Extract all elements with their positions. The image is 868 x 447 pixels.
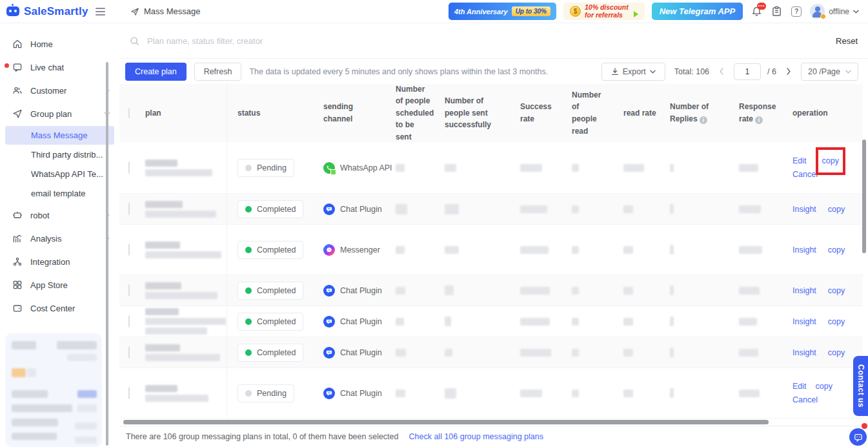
copy-link[interactable]: copy: [816, 382, 833, 391]
copy-link[interactable]: copy: [828, 317, 845, 326]
column-header-response-rate: Response ratei: [726, 101, 781, 125]
redacted-value: [572, 164, 579, 172]
row-checkbox[interactable]: [128, 244, 130, 256]
sidebar-subitem-label: Third party distrib...: [31, 150, 103, 160]
cancel-link[interactable]: Cancel: [792, 395, 818, 404]
telegram-app-banner[interactable]: New Telegram APP: [652, 3, 743, 20]
copy-link[interactable]: copy: [828, 286, 845, 295]
redacted-value: [445, 349, 452, 357]
anniversary-text: 4th Anniversary: [454, 8, 508, 16]
row-checkbox[interactable]: [128, 346, 130, 359]
table-header-row: plan status sending channel Number of pe…: [119, 84, 863, 142]
channel-label: Chat Plugin: [340, 205, 382, 214]
copy-link[interactable]: copy: [828, 245, 845, 255]
sidebar-item-label: Home: [30, 39, 110, 49]
status-badge: Completed: [237, 313, 303, 331]
redacted-block: [77, 390, 97, 398]
telegram-banner-text: New Telegram APP: [660, 6, 736, 16]
status-badge: Pending: [237, 384, 294, 402]
user-menu[interactable]: offline: [810, 4, 859, 19]
redacted-block: [27, 368, 36, 377]
anniversary-promo-banner[interactable]: 4th Anniversary Up to 30%: [449, 3, 556, 20]
table-row: Pending WhatsApp API Editcopy Cancel: [119, 142, 863, 194]
bell-icon[interactable]: •••: [750, 5, 763, 18]
row-checkbox[interactable]: [128, 315, 130, 327]
table-footer: There are 106 group messaging plans in t…: [119, 426, 868, 447]
toolbar: Create plan Refresh The data is updated …: [119, 59, 868, 84]
refresh-button[interactable]: Refresh: [194, 63, 242, 81]
sidebar-item-label: Live chat: [30, 63, 110, 72]
whatsapp-icon: [323, 162, 335, 174]
clipboard-icon[interactable]: [770, 5, 783, 18]
row-checkbox[interactable]: [128, 161, 130, 174]
reset-button[interactable]: Reset: [827, 36, 858, 46]
sidebar-item-cost-center[interactable]: Cost Center: [0, 296, 119, 320]
check-all-plans-link[interactable]: Check all 106 group messaging plans: [409, 432, 543, 441]
redacted-value: [396, 390, 405, 397]
redacted-value: [572, 349, 579, 357]
sidebar-item-live-chat[interactable]: Live chat: [0, 56, 119, 79]
insight-link[interactable]: Insight: [792, 317, 816, 326]
sidebar-scrollbar[interactable]: [106, 62, 108, 446]
operation-cell: Insightcopy: [781, 317, 863, 326]
cancel-link[interactable]: Cancel: [792, 170, 818, 179]
previous-page-button[interactable]: [716, 64, 727, 79]
contact-chat-bubble[interactable]: [849, 428, 867, 446]
horizontal-scrollbar[interactable]: [123, 420, 769, 424]
messenger-icon: [323, 244, 335, 256]
sidebar-item-whatsapp-api-template[interactable]: WhatsApp API Te...: [5, 165, 114, 183]
redacted-value: [572, 287, 579, 295]
info-icon[interactable]: i: [700, 116, 707, 124]
create-plan-button[interactable]: Create plan: [125, 63, 187, 81]
page-total-label: / 6: [767, 67, 776, 76]
contact-us-tab[interactable]: Contact us: [853, 356, 868, 416]
sidebar-item-customer[interactable]: Customer: [0, 79, 119, 102]
referral-promo-banner[interactable]: $ 10% discount for referrals: [563, 3, 645, 20]
edit-link[interactable]: Edit: [792, 382, 807, 391]
row-checkbox[interactable]: [128, 387, 130, 399]
help-icon[interactable]: ?: [790, 5, 803, 18]
insight-link[interactable]: Insight: [792, 286, 816, 295]
export-button[interactable]: Export: [601, 63, 665, 81]
page-size-value: 20 /Page: [808, 67, 840, 76]
row-checkbox[interactable]: [128, 203, 130, 215]
page-size-select[interactable]: 20 /Page: [801, 63, 858, 81]
redacted-value: [520, 349, 551, 357]
sidebar-promo-card[interactable]: [5, 333, 102, 447]
row-checkbox[interactable]: [128, 284, 130, 296]
brand-name: SaleSmartly: [24, 5, 88, 18]
insight-link[interactable]: Insight: [792, 205, 816, 214]
copy-link[interactable]: copy: [828, 205, 845, 214]
export-label: Export: [623, 67, 646, 76]
chat-plugin-icon: [323, 285, 335, 296]
sidebar-item-integration[interactable]: Integration: [0, 250, 119, 273]
search-input[interactable]: [147, 36, 827, 46]
insight-link[interactable]: Insight: [792, 245, 816, 255]
edit-link[interactable]: Edit: [792, 156, 807, 165]
redacted-block: [12, 419, 58, 426]
channel-cell: WhatsApp API: [323, 162, 385, 174]
info-icon[interactable]: i: [755, 116, 763, 124]
sidebar-item-home[interactable]: Home: [0, 32, 119, 56]
insight-link[interactable]: Insight: [792, 348, 816, 357]
page-number-input[interactable]: [734, 63, 761, 80]
main-content: Reset Create plan Refresh The data is up…: [119, 23, 868, 447]
select-all-checkbox[interactable]: [128, 108, 130, 118]
sidebar-item-email-template[interactable]: email template: [5, 184, 114, 203]
sidebar-item-robot[interactable]: robot: [0, 203, 119, 227]
vertical-scrollbar[interactable]: [862, 140, 866, 253]
next-page-button[interactable]: [783, 64, 794, 79]
sidebar-item-third-party-distribution[interactable]: Third party distrib...: [5, 145, 114, 164]
copy-link[interactable]: copy: [828, 348, 845, 357]
sidebar-item-group-plan[interactable]: Group plan: [0, 102, 119, 125]
total-count: Total: 106: [674, 67, 709, 76]
brand-logo[interactable]: SaleSmartly: [0, 5, 120, 18]
status-badge: Pending: [237, 159, 294, 177]
redacted-plan-name: [145, 156, 227, 180]
column-header-status: status: [227, 107, 308, 120]
sidebar-item-app-store[interactable]: App Store: [0, 273, 119, 296]
copy-link[interactable]: copy: [822, 156, 839, 165]
hamburger-icon[interactable]: [96, 8, 105, 16]
sidebar-item-analysis[interactable]: Analysis: [0, 227, 119, 250]
sidebar-item-mass-message[interactable]: Mass Message: [5, 126, 114, 145]
